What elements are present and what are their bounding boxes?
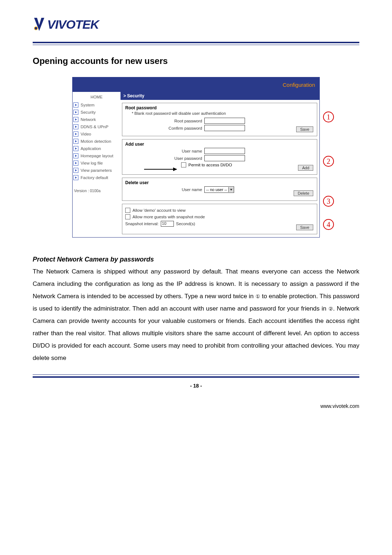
- add-user-password-label: User password: [125, 156, 202, 161]
- subheading: Protect Network Camera by passwords: [33, 256, 359, 263]
- sidebar-item-factory-default[interactable]: Factory default: [73, 174, 121, 181]
- sidebar-item-ddns-upnp[interactable]: DDNS & UPnP: [73, 123, 121, 130]
- arrow-icon: [73, 131, 78, 137]
- allow-demo-label: Allow 'demo' account to view: [132, 208, 185, 212]
- sidebar-item-label: Factory default: [81, 175, 108, 180]
- arrow-icon: [73, 124, 78, 129]
- logo-block: VIVOTEK: [33, 16, 359, 32]
- root-password-note: * Blank root password will disable user …: [132, 111, 314, 116]
- arrow-icon: [73, 168, 78, 173]
- sidebar-item-label: Application: [81, 146, 101, 151]
- sidebar-item-label: Motion detection: [81, 139, 111, 143]
- confirm-password-input[interactable]: [204, 125, 245, 131]
- sidebar-item-label: View parameters: [81, 168, 112, 173]
- arrow-icon: [73, 117, 78, 122]
- root-password-section: Root password * Blank root password will…: [122, 103, 317, 136]
- sidebar-item-label: Network: [81, 117, 96, 122]
- delete-user-section: Delete user User name -- no user -- Dele…: [122, 178, 317, 201]
- sidebar-item-homepage-layout[interactable]: Homepage layout: [73, 152, 121, 159]
- breadcrumb: > Security: [121, 92, 319, 100]
- delete-user-button[interactable]: Delete: [294, 190, 313, 196]
- sidebar-item-system[interactable]: System: [73, 101, 121, 109]
- sidebar-item-label: View log file: [81, 161, 103, 165]
- config-header: Configuration: [73, 77, 319, 92]
- annotation-4: 4: [323, 219, 334, 230]
- body-paragraph: The Network Camera is shipped without an…: [33, 266, 359, 364]
- allow-snapshot-label: Allow more guests with snapshot mode: [132, 215, 205, 219]
- annotation-1: 1: [323, 112, 334, 122]
- arrow-icon: [73, 139, 78, 144]
- allow-demo-checkbox[interactable]: [125, 208, 130, 213]
- sidebar-item-security[interactable]: Security: [73, 109, 121, 116]
- sidebar-item-motion-detection[interactable]: Motion detection: [73, 138, 121, 145]
- root-password-legend: Root password: [125, 105, 314, 110]
- delete-user-name-label: User name: [125, 187, 202, 192]
- header-rule: [33, 42, 359, 45]
- sidebar-item-label: System: [81, 103, 94, 107]
- arrow-icon: [73, 146, 78, 151]
- add-user-button[interactable]: Add: [298, 165, 313, 171]
- footer-rule: [33, 374, 359, 378]
- annotation-2: 2: [323, 156, 334, 167]
- sidebar-item-application[interactable]: Application: [73, 145, 121, 152]
- save-root-password-button[interactable]: Save: [296, 126, 313, 132]
- main-area: > Security Root password * Blank root pa…: [121, 92, 319, 237]
- sidebar-home[interactable]: HOME: [73, 92, 121, 101]
- sidebar-version: Version : 0100a: [73, 181, 121, 197]
- svg-rect-1: [35, 27, 37, 29]
- sidebar-item-video[interactable]: Video: [73, 130, 121, 138]
- page-title: Opening accounts for new users: [33, 56, 359, 66]
- delete-user-legend: Delete user: [125, 180, 314, 185]
- delete-user-select-value: -- no user --: [206, 187, 227, 192]
- footer-url: www.vivotek.com: [33, 403, 359, 409]
- reference-1: ①: [256, 291, 260, 301]
- annotation-3: 3: [323, 196, 334, 207]
- add-user-name-input[interactable]: [204, 148, 245, 154]
- config-header-label: Configuration: [283, 82, 315, 88]
- guest-section: Allow 'demo' account to view Allow more …: [122, 204, 317, 234]
- sidebar-item-label: DDNS & UPnP: [81, 125, 109, 129]
- snapshot-interval-label-a: Snapshot interval:: [125, 222, 159, 226]
- root-password-label: Root password: [125, 119, 202, 123]
- vivotek-logo: VIVOTEK: [33, 16, 99, 32]
- sidebar-item-view-parameters[interactable]: View parameters: [73, 167, 121, 174]
- chevron-down-icon: [228, 187, 234, 192]
- allow-snapshot-checkbox[interactable]: [125, 214, 130, 219]
- delete-user-select[interactable]: -- no user --: [204, 186, 234, 193]
- permit-dido-label: Permit to access DI/DO: [188, 163, 232, 167]
- save-guest-button[interactable]: Save: [296, 224, 313, 230]
- arrow-icon: [73, 110, 78, 115]
- add-user-name-label: User name: [125, 149, 202, 153]
- sidebar-item-label: Video: [81, 132, 91, 136]
- permit-dido-checkbox[interactable]: [181, 162, 186, 167]
- sidebar-item-label: Security: [81, 110, 96, 114]
- snapshot-interval-label-b: Second(s): [176, 222, 195, 226]
- page-number: - 18 -: [33, 383, 359, 389]
- reference-2: ②: [328, 304, 333, 314]
- configuration-screenshot: Configuration HOME System Security Netwo…: [72, 77, 320, 238]
- arrow-icon: [73, 161, 78, 166]
- arrow-icon: [73, 102, 78, 108]
- root-password-input[interactable]: [204, 118, 245, 124]
- sidebar-item-network[interactable]: Network: [73, 116, 121, 123]
- snapshot-interval-input[interactable]: 10: [161, 221, 174, 227]
- add-user-password-input[interactable]: [204, 155, 245, 161]
- arrow-icon: [73, 175, 78, 180]
- add-user-legend: Add user: [125, 142, 314, 147]
- add-user-section: Add user User name User password Permit …: [122, 139, 317, 175]
- logo-text: VIVOTEK: [47, 17, 99, 32]
- body-text-c: . Network Camera can provide twenty acco…: [33, 305, 359, 361]
- sidebar: HOME System Security Network DDNS & UPnP…: [73, 92, 121, 200]
- sidebar-item-label: Homepage layout: [81, 154, 113, 158]
- confirm-password-label: Confirm password: [125, 126, 202, 130]
- logo-mark-icon: [33, 16, 46, 32]
- arrow-icon: [73, 153, 78, 158]
- sidebar-item-view-log-file[interactable]: View log file: [73, 159, 121, 167]
- document-page: VIVOTEK Opening accounts for new users C…: [0, 0, 392, 413]
- annotation-pointer-icon: [144, 169, 177, 170]
